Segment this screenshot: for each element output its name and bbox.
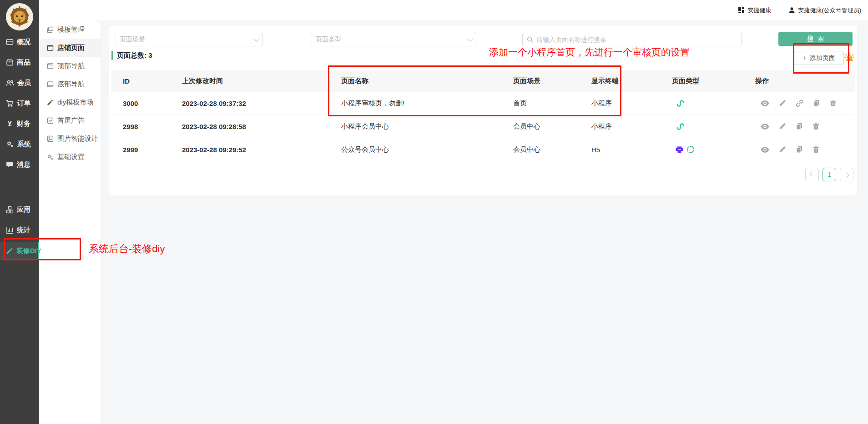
sidebar-item-overview[interactable]: 概况 xyxy=(0,32,39,52)
wechat-official-icon xyxy=(676,146,683,154)
col-modified: 上次修改时间 xyxy=(182,77,341,85)
submenu-item-bottom-nav[interactable]: 底部导航 xyxy=(39,75,101,93)
col-terminal: 显示终端 xyxy=(591,77,672,85)
submenu-item-image-design[interactable]: 图片智能设计 xyxy=(39,130,101,148)
view-icon[interactable] xyxy=(761,100,769,107)
submenu-item-basic-settings[interactable]: 基础设置 xyxy=(39,148,101,166)
next-page-button[interactable] xyxy=(840,168,853,181)
submenu-item-label: 模板管理 xyxy=(57,25,85,34)
search-input[interactable] xyxy=(536,36,737,43)
cell-page-type xyxy=(672,145,755,154)
submenu-item-label: diy模板市场 xyxy=(57,98,93,107)
page-type-select[interactable]: 页面类型 xyxy=(311,33,476,46)
pages-table: ID 上次修改时间 页面名称 页面场景 显示终端 页面类型 操作 3000 20… xyxy=(111,70,855,161)
bottom-nav-icon xyxy=(47,81,54,88)
miniprogram-icon xyxy=(676,99,685,108)
delete-icon[interactable] xyxy=(812,146,819,153)
table-header-row: ID 上次修改时间 页面名称 页面场景 显示终端 页面类型 操作 xyxy=(111,70,855,92)
copy-icon[interactable] xyxy=(796,123,803,130)
grid-icon xyxy=(738,7,745,14)
goods-icon xyxy=(6,59,14,66)
sidebar-item-finance[interactable]: ¥ 财务 xyxy=(0,114,39,134)
page-scene-select[interactable]: 页面场景 xyxy=(115,33,262,46)
submenu-item-label: 首屏广告 xyxy=(57,116,85,125)
cell-scene: 会员中心 xyxy=(513,145,591,154)
sidebar-item-label: 装修DIY xyxy=(16,247,41,255)
cell-name: 公众号会员中心 xyxy=(341,145,513,154)
brand-logo[interactable] xyxy=(5,3,34,31)
h5-icon xyxy=(686,145,695,154)
sidebar-spacer xyxy=(0,175,39,200)
edit-icon[interactable] xyxy=(779,100,786,107)
pagination: 1 xyxy=(805,168,853,181)
cell-actions xyxy=(755,146,855,153)
plus-icon: + xyxy=(802,54,807,62)
delete-icon[interactable] xyxy=(830,100,837,107)
sidebar-item-diy[interactable]: 装修DIY xyxy=(0,242,39,260)
submenu-item-template-manage[interactable]: 模板管理 xyxy=(39,20,101,39)
banner-ad-icon xyxy=(47,117,54,124)
delete-icon[interactable] xyxy=(812,123,819,130)
summary-accent-bar xyxy=(111,51,113,60)
view-icon[interactable] xyxy=(761,146,769,153)
sidebar-item-label: 商品 xyxy=(17,58,30,67)
cell-name: 小程序审核页，勿删! xyxy=(341,99,513,108)
col-actions: 操作 xyxy=(755,77,855,85)
miniprogram-icon xyxy=(676,122,685,131)
current-page-button[interactable]: 1 xyxy=(823,168,836,181)
link-icon[interactable] xyxy=(796,100,803,107)
apps-icon xyxy=(6,206,14,214)
chevron-down-icon xyxy=(467,36,473,42)
sidebar-item-members[interactable]: 会员 xyxy=(0,73,39,93)
col-type: 页面类型 xyxy=(672,77,755,85)
submenu-item-top-nav[interactable]: 顶部导航 xyxy=(39,57,101,75)
summary-label: 页面总数: xyxy=(117,51,146,59)
diy-market-icon xyxy=(47,99,54,106)
cell-modified: 2023-02-28 09:29:52 xyxy=(182,146,341,154)
cell-actions xyxy=(755,100,855,107)
diy-submenu: 模板管理 店铺页面 顶部导航 底部导航 diy模板市场 首屏广告 图片智能设计 … xyxy=(39,20,101,424)
col-id: ID xyxy=(123,77,182,85)
cell-modified: 2023-02-28 09:28:58 xyxy=(182,123,341,130)
merchant-name: 安捷健康 xyxy=(747,6,771,15)
sidebar-item-apps[interactable]: 应用 xyxy=(0,200,39,220)
submenu-item-shop-pages[interactable]: 店铺页面 xyxy=(39,39,101,57)
add-page-label: 添加页面 xyxy=(810,54,835,62)
sidebar-item-goods[interactable]: 商品 xyxy=(0,52,39,73)
view-icon[interactable] xyxy=(761,123,769,130)
finance-icon: ¥ xyxy=(6,120,14,128)
submenu-item-label: 基础设置 xyxy=(57,153,85,161)
submenu-item-label: 底部导航 xyxy=(57,80,85,89)
copy-icon[interactable] xyxy=(796,146,803,153)
sidebar-item-label: 应用 xyxy=(17,205,30,214)
page-scene-select-value: 页面场景 xyxy=(120,35,145,44)
account-menu[interactable]: 安捷健康(公众号管理员) xyxy=(788,6,861,15)
page-type-select-value: 页面类型 xyxy=(316,35,341,44)
search-button[interactable]: 搜索 xyxy=(778,32,853,46)
merchant-switcher[interactable]: 安捷健康 xyxy=(738,6,771,15)
edit-icon[interactable] xyxy=(779,123,786,130)
copy-icon[interactable] xyxy=(813,100,820,107)
sidebar-item-system[interactable]: 系统 xyxy=(0,134,39,155)
add-page-button[interactable]: + 添加页面 xyxy=(794,51,844,65)
prev-page-button[interactable] xyxy=(805,168,819,181)
cell-terminal: 小程序 xyxy=(591,99,672,108)
sidebar-item-label: 概况 xyxy=(17,38,30,46)
edit-icon[interactable] xyxy=(779,146,786,153)
cell-id: 3000 xyxy=(123,100,182,107)
sidebar-item-messages[interactable]: 消息 xyxy=(0,155,39,175)
account-name: 安捷健康(公众号管理员) xyxy=(798,6,861,15)
chevron-down-icon xyxy=(253,36,259,42)
table-row: 2999 2023-02-28 09:29:52 公众号会员中心 会员中心 H5 xyxy=(111,138,855,161)
top-header: 安捷健康 安捷健康(公众号管理员) xyxy=(39,0,868,20)
submenu-item-label: 店铺页面 xyxy=(57,44,85,52)
alarm-siren-icon[interactable] xyxy=(843,52,855,65)
search-icon xyxy=(527,36,533,43)
submenu-item-splash-ad[interactable]: 首屏广告 xyxy=(39,111,101,130)
sidebar-item-label: 会员 xyxy=(17,79,31,87)
sidebar-item-orders[interactable]: 订单 xyxy=(0,93,39,114)
sidebar-item-stats[interactable]: 统计 xyxy=(0,220,39,240)
template-manage-icon xyxy=(47,26,54,33)
col-name: 页面名称 xyxy=(341,77,513,85)
submenu-item-diy-market[interactable]: diy模板市场 xyxy=(39,93,101,111)
